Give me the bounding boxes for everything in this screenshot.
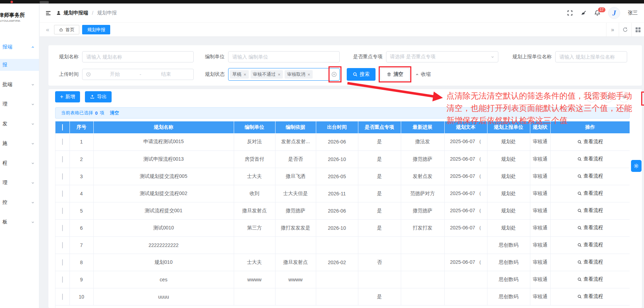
- cell-seq: 2: [69, 150, 93, 168]
- cell-progress: [401, 271, 444, 288]
- cell-date: [316, 288, 358, 305]
- chevron-down-icon: [31, 142, 35, 146]
- row-checkbox[interactable]: [62, 225, 63, 231]
- view-flow-link[interactable]: 查看流程: [577, 190, 603, 196]
- table-row: 7 22222222222 思创数码 审核通 查看流程: [55, 236, 630, 254]
- selection-suffix: 项: [100, 110, 104, 116]
- cell-text: 2025-06-07 （: [444, 133, 487, 150]
- selection-clear-link[interactable]: 清空: [110, 110, 119, 116]
- username[interactable]: 张三: [628, 10, 638, 16]
- cell-progress: 发射点发: [401, 168, 444, 185]
- row-checkbox[interactable]: [62, 156, 63, 162]
- chevron-double-right-icon[interactable]: »: [606, 23, 619, 36]
- sidebar-item-approve[interactable]: 批端: [0, 78, 39, 91]
- user-icon: [56, 11, 61, 15]
- sidebar-item-control[interactable]: 控: [0, 196, 39, 209]
- chevron-double-left-icon[interactable]: «: [46, 27, 49, 33]
- cell-seq: 3: [69, 168, 93, 185]
- row-checkbox[interactable]: [62, 190, 63, 197]
- notification-bell[interactable]: 17: [594, 10, 600, 16]
- clock-icon: [86, 72, 91, 77]
- report-org-input[interactable]: [555, 51, 627, 62]
- view-flow-link[interactable]: 查看流程: [577, 276, 603, 282]
- cell-key: 是: [358, 288, 401, 305]
- collapse-toggle[interactable]: 收缩: [415, 71, 431, 78]
- cell-seq: 8: [69, 254, 93, 271]
- view-flow-link[interactable]: 查看流程: [577, 139, 603, 145]
- sidebar-item-manage-2[interactable]: 理: [0, 176, 39, 189]
- sidebar-item-declare-group[interactable]: 报端: [0, 40, 39, 54]
- view-flow-link[interactable]: 查看流程: [577, 156, 603, 162]
- cell-date: [316, 271, 358, 288]
- sidebar-item-issue[interactable]: 发: [0, 117, 39, 130]
- cell-name: 测试规划提交流程002: [93, 185, 234, 202]
- chevron-down-icon: [491, 55, 494, 59]
- close-icon[interactable]: ×: [278, 72, 281, 77]
- chevron-down-icon: [31, 122, 35, 126]
- cell-org: 思创数码: [487, 236, 530, 254]
- cell-status: 审核通: [530, 133, 550, 150]
- clear-circle-icon[interactable]: [331, 72, 337, 77]
- plan-status-multiselect[interactable]: 草稿 × 审核不通过 × 审核取消 ×: [228, 68, 340, 81]
- tab-current[interactable]: 规划申报: [82, 25, 110, 34]
- search-button[interactable]: 搜索: [347, 68, 376, 81]
- row-checkbox[interactable]: [62, 208, 63, 214]
- close-icon[interactable]: ×: [244, 72, 246, 77]
- sidebar-item-declare[interactable]: 报: [0, 59, 39, 71]
- cell-seq: 1: [69, 133, 93, 150]
- row-checkbox[interactable]: [62, 294, 63, 300]
- view-flow-link[interactable]: 查看流程: [577, 207, 603, 214]
- close-icon[interactable]: ×: [307, 72, 310, 77]
- clear-button[interactable]: 清空: [380, 68, 410, 81]
- compile-unit-input[interactable]: [228, 51, 340, 62]
- filter-row-2: 上传时间 开始 - 结束 规划状态 草稿 × 审核不通: [54, 68, 636, 81]
- cell-org: 规划处: [487, 185, 530, 202]
- cell-basis: [275, 288, 316, 305]
- row-checkbox[interactable]: [62, 139, 63, 145]
- tab-home[interactable]: 首页: [54, 25, 79, 34]
- date-range-separator: -: [139, 72, 142, 77]
- avatar[interactable]: J: [608, 7, 620, 19]
- expand-icon[interactable]: [586, 91, 597, 102]
- clean-icon[interactable]: [580, 10, 586, 16]
- view-flow-link[interactable]: 查看流程: [577, 259, 603, 265]
- hamburger-icon[interactable]: [45, 10, 51, 16]
- sidebar-menu: 报端 报 批端 理 发 施 程: [0, 40, 39, 229]
- settings-gear-button[interactable]: [631, 160, 642, 172]
- view-flow-link[interactable]: 查看流程: [577, 225, 603, 231]
- grid-icon[interactable]: [631, 23, 644, 36]
- date-start-placeholder: 开始: [91, 71, 139, 78]
- refresh-icon[interactable]: [602, 91, 613, 102]
- cell-org: 思创数码: [487, 271, 530, 288]
- view-flow-link[interactable]: 查看流程: [577, 293, 603, 300]
- cell-progress: 打发打发: [401, 219, 444, 236]
- cell-checkbox: [55, 202, 69, 219]
- refresh-icon[interactable]: [619, 23, 631, 36]
- cell-date: 2026-10: [316, 150, 358, 168]
- view-flow-link[interactable]: 查看流程: [577, 173, 603, 179]
- row-checkbox[interactable]: [62, 173, 63, 180]
- row-checkbox[interactable]: [62, 242, 63, 248]
- add-button[interactable]: + 新增: [55, 91, 80, 102]
- gear-icon[interactable]: [618, 91, 630, 102]
- row-checkbox[interactable]: [62, 259, 63, 266]
- fullscreen-icon[interactable]: [567, 10, 573, 16]
- select-all-checkbox[interactable]: [62, 124, 63, 130]
- status-tag-rejected: 审核不通过 ×: [251, 70, 283, 79]
- sidebar-item-process[interactable]: 程: [0, 156, 39, 170]
- cell-status: 审核通: [530, 185, 550, 202]
- breadcrumb-root[interactable]: 规划申报端: [64, 10, 88, 16]
- key-special-select[interactable]: 请选择 是否重点专项: [386, 51, 498, 62]
- sidebar-item-manage-1[interactable]: 理: [0, 98, 39, 111]
- plan-name-input[interactable]: [82, 51, 194, 62]
- chevron-down-icon: [31, 181, 35, 185]
- compile-unit-label: 编制单位: [200, 54, 225, 60]
- row-checkbox[interactable]: [62, 276, 63, 283]
- cell-basis: 撒旦飞洒: [275, 168, 316, 185]
- export-button[interactable]: 导出: [85, 91, 112, 102]
- sidebar-item-board[interactable]: 板: [0, 215, 39, 229]
- cell-unit: wwww: [234, 271, 275, 288]
- upload-time-range-input[interactable]: 开始 - 结束: [82, 69, 194, 80]
- sidebar-item-implement[interactable]: 施: [0, 137, 39, 150]
- view-flow-link[interactable]: 查看流程: [577, 242, 603, 248]
